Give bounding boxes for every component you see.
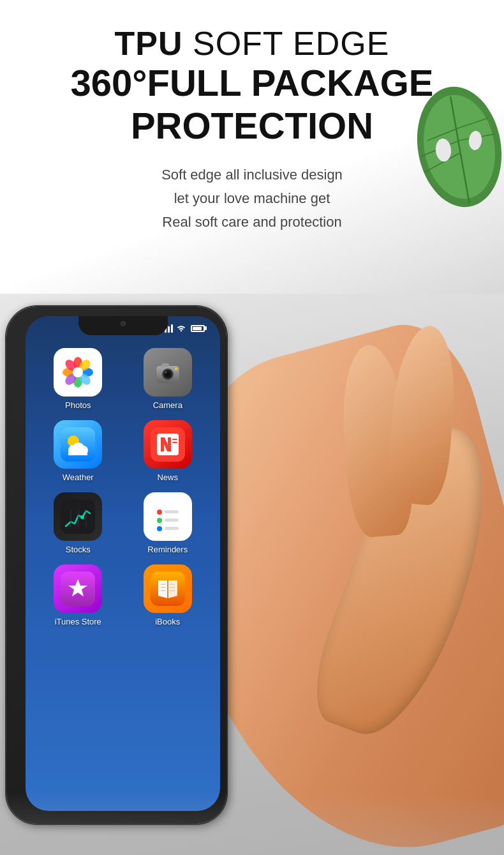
phone-section: Photos xyxy=(0,294,504,855)
app-grid: Photos xyxy=(32,348,214,626)
svg-point-19 xyxy=(73,367,83,377)
svg-point-27 xyxy=(175,368,177,370)
app-icon-photos xyxy=(54,348,102,397)
svg-rect-38 xyxy=(172,442,177,443)
headline-tpu: TPU SOFT EDGE xyxy=(13,26,491,62)
phone-screen: Photos xyxy=(26,316,220,811)
app-icon-camera xyxy=(144,348,192,397)
app-icon-ibooks xyxy=(144,564,192,613)
svg-rect-33 xyxy=(68,450,87,455)
app-item-ibooks[interactable]: iBooks xyxy=(127,564,209,626)
app-item-weather[interactable]: Weather xyxy=(37,420,119,482)
app-icon-news xyxy=(144,420,192,469)
app-item-news[interactable]: News xyxy=(127,420,209,482)
svg-point-49 xyxy=(157,526,162,531)
front-camera xyxy=(121,321,126,326)
app-icon-stocks xyxy=(54,492,102,541)
app-label-news: News xyxy=(157,473,178,482)
status-icons xyxy=(161,324,205,333)
app-label-ibooks: iBooks xyxy=(155,617,180,626)
battery-icon xyxy=(191,325,205,332)
svg-rect-37 xyxy=(172,439,177,440)
app-label-photos: Photos xyxy=(65,400,91,410)
phone-mockup: Photos xyxy=(0,306,242,843)
svg-point-47 xyxy=(157,518,162,523)
top-section: TPU SOFT EDGE 360°FULL PACKAGE PROTECTIO… xyxy=(0,0,504,294)
wifi-icon xyxy=(176,324,186,332)
svg-point-25 xyxy=(165,372,167,374)
app-item-camera[interactable]: Camera xyxy=(127,348,209,410)
app-icon-reminders xyxy=(144,492,192,541)
app-icon-itunes xyxy=(54,564,102,613)
svg-point-45 xyxy=(157,510,162,515)
app-label-itunes-store: iTunes Store xyxy=(55,617,101,626)
app-icon-weather xyxy=(54,420,102,469)
app-label-weather: Weather xyxy=(63,473,94,482)
app-item-itunes-store[interactable]: iTunes Store xyxy=(37,564,119,626)
app-item-reminders[interactable]: Reminders xyxy=(127,492,209,554)
leaf-decoration xyxy=(408,77,504,217)
svg-rect-48 xyxy=(165,518,179,522)
phone-notch xyxy=(78,316,168,335)
bottom-fade xyxy=(0,792,504,855)
svg-rect-50 xyxy=(165,527,179,530)
app-label-reminders: Reminders xyxy=(147,545,188,554)
app-label-stocks: Stocks xyxy=(66,545,91,554)
svg-rect-46 xyxy=(165,510,179,513)
app-label-camera: Camera xyxy=(153,400,182,410)
svg-point-43 xyxy=(80,515,84,519)
app-item-photos[interactable]: Photos xyxy=(37,348,119,410)
app-item-stocks[interactable]: Stocks xyxy=(37,492,119,554)
svg-rect-26 xyxy=(161,363,169,367)
phone-outer-case: Photos xyxy=(6,306,226,824)
